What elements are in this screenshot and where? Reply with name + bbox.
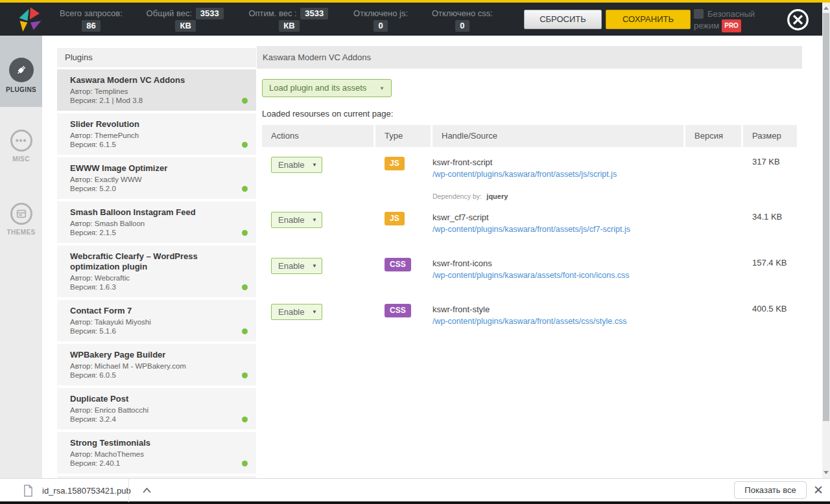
list-item-kaswara[interactable]: Kaswara Modern VC Addons Автор: Templine… [57,69,256,111]
plugin-title: EWWW Image Optimizer [70,163,237,174]
list-item-wpbakery[interactable]: WPBakery Page Builder Автор: Michael M -… [57,344,256,385]
plugin-version: Версия: 1.6.3 [70,282,237,292]
safe-mode-label: Безопасный [707,9,755,19]
resource-source-link[interactable]: /wp-content/plugins/kaswara/front/assets… [433,316,626,326]
resource-size: 400.5 KB [743,304,797,341]
action-value: Enable [278,215,304,225]
sidebar-item-label: THEMES [0,229,42,236]
stat-label: Отключено css: [432,8,493,18]
plugin-title: Strong Testimonials [70,438,237,448]
main-panel: Kaswara Modern VC Addons Load plugin and… [257,46,802,478]
stat-label: Отключено js: [353,8,408,18]
reset-button[interactable]: СБРОСИТЬ [524,10,602,29]
page-title: Kaswara Modern VC Addons [257,46,802,69]
resource-source-link[interactable]: /wp-content/plugins/kaswara/assets/font-… [433,270,630,281]
plugin-version: Версия: 2.40.1 [70,459,237,468]
action-select[interactable]: Enable ▼ [271,212,322,228]
plugin-version: Версия: 6.1.5 [70,140,237,149]
table-row: Enable ▼ CSS kswr-front-icons /wp-conten… [262,249,797,295]
download-item[interactable]: id_rsa.1580753421.pub [23,479,151,502]
resource-size: 34.1 KB [743,212,797,249]
plugin-author: Автор: Smash Balloon [70,219,237,228]
plugin-title: Webcraftic Clearfy – WordPress optimizat… [70,251,237,272]
scrollbar-down-icon[interactable] [824,471,829,474]
list-item-contact-form-7[interactable]: Contact Form 7 Автор: Takayuki Miyoshi В… [57,300,256,341]
load-mode-select[interactable]: Load plugin and its assets ▼ [262,79,392,97]
top-accent-line [0,0,830,3]
sidebar-item-misc[interactable]: ••• MISC [0,130,42,163]
status-dot [242,142,248,148]
safe-mode-label-2: режим [694,21,719,30]
resource-handle: kswr-front-style [433,304,683,315]
action-value: Enable [278,261,304,271]
list-item-slider-revolution[interactable]: Slider Revolution Автор: ThemePunch Верс… [57,113,256,155]
close-icon[interactable] [786,8,810,32]
save-button[interactable]: СОХРАНИТЬ [606,10,691,29]
plugin-title: Smash Balloon Instagram Feed [70,207,237,218]
sidebar-item-plugins[interactable]: PLUGINS [0,36,42,107]
list-item-duplicate-post[interactable]: Duplicate Post Автор: Enrico Battocchi В… [57,388,256,430]
chevron-down-icon: ▼ [312,212,317,227]
col-header-actions: Actions [262,125,374,147]
table-row: Enable ▼ JS kswr_cf7-script /wp-content/… [262,203,797,249]
resource-version [685,212,741,249]
resource-source-link[interactable]: /wp-content/plugins/kaswara/front/assets… [433,224,630,235]
col-header-size: Размер [743,125,797,147]
plugin-author: Автор: Templines [70,87,237,96]
plugin-author: Автор: Michael M - WPBakery.com [70,361,237,371]
plugin-version: Версия: 3.2.4 [70,415,237,424]
scrollbar-thumb[interactable] [823,13,829,421]
sidebar-item-themes[interactable]: THEMES [0,203,42,236]
vertical-scrollbar[interactable] [822,3,830,478]
resource-version [685,157,741,203]
status-dot [242,98,248,104]
app-logo-icon [17,6,44,33]
plug-icon [9,58,34,82]
download-filename: id_rsa.1580753421.pub [42,486,131,496]
stat-value: 0 [374,20,387,32]
safe-mode-checkbox[interactable] [694,9,704,19]
status-dot [242,230,248,236]
file-icon [23,485,33,497]
stat-disabled-js: Отключено js: 0 [353,7,408,32]
action-select[interactable]: Enable ▼ [271,157,322,173]
load-mode-value: Load plugin and its assets [269,83,366,93]
stat-value: 3533 [300,8,328,19]
table-header-row: Actions Type Handle/Source Версия Размер [262,125,797,147]
status-dot [242,372,248,378]
type-badge: CSS [385,304,411,317]
pro-badge: PRO [722,19,741,32]
download-bar: id_rsa.1580753421.pub Показать все ✕ [0,478,830,501]
plugin-author: Автор: Exactly WWW [70,175,237,184]
plugin-title: WPBakery Page Builder [70,350,237,360]
action-select[interactable]: Enable ▼ [271,304,322,320]
status-dot [242,284,248,290]
app-window: Всего запросов: 86 Общий вес: 3533 КВ Оп… [0,0,830,504]
col-header-version: Версия [685,125,741,147]
resource-size: 157.4 KB [743,258,797,295]
stat-value: 3533 [196,8,224,19]
chevron-up-icon[interactable] [143,488,151,493]
scrollbar-up-icon[interactable] [824,6,829,10]
list-item-ewww[interactable]: EWWW Image Optimizer Автор: Exactly WWW … [57,157,256,199]
sidebar-item-label: PLUGINS [0,86,42,93]
list-item-smash-balloon[interactable]: Smash Balloon Instagram Feed Автор: Smas… [57,201,256,243]
show-all-button[interactable]: Показать все [734,481,807,499]
resources-caption: Loaded resourses on current page: [262,109,802,119]
resource-source-link[interactable]: /wp-content/plugins/kaswara/front/assets… [433,169,617,179]
stat-total-requests: Всего запросов: 86 [60,7,123,32]
plugin-title: Duplicate Post [70,394,237,404]
close-download-bar-icon[interactable]: ✕ [813,483,824,498]
table-row: Enable ▼ CSS kswr-front-style /wp-conten… [262,295,797,341]
action-select[interactable]: Enable ▼ [271,258,322,274]
list-item-clearfy[interactable]: Webcraftic Clearfy – WordPress optimizat… [57,246,256,297]
safe-mode-toggle[interactable]: Безопасный режимPRO [694,8,785,32]
list-item-strong-testimonials[interactable]: Strong Testimonials Автор: MachoThemes В… [57,432,256,474]
resource-handle: kswr-front-script [433,157,683,168]
status-dot [242,461,248,466]
plugin-author: Автор: Enrico Battocchi [70,406,237,415]
resource-size: 317 KB [743,157,797,203]
plugin-author: Автор: MachoThemes [70,450,237,459]
sidebar-item-label: MISC [0,155,42,163]
plugin-version: Версия: 2.1.5 [70,228,237,237]
